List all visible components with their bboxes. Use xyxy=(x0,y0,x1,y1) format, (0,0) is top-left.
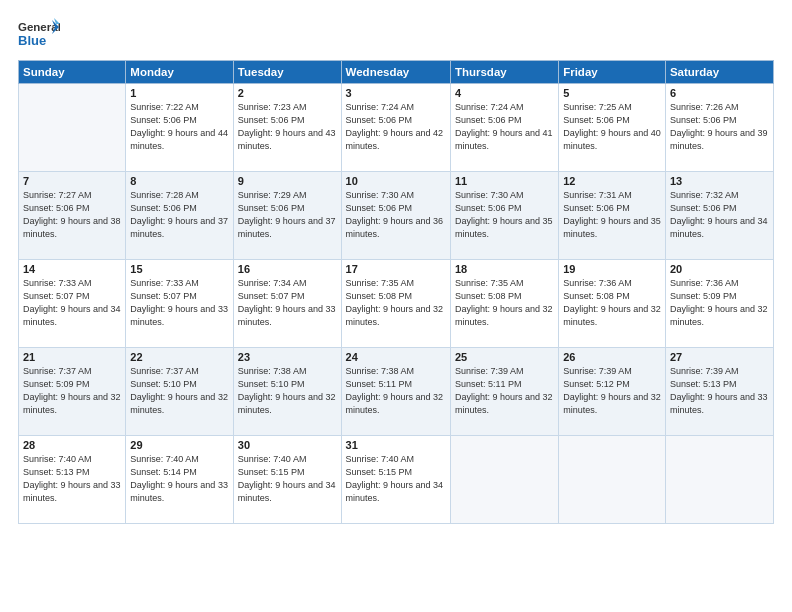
calendar-cell: 23Sunrise: 7:38 AMSunset: 5:10 PMDayligh… xyxy=(233,348,341,436)
calendar-cell: 29Sunrise: 7:40 AMSunset: 5:14 PMDayligh… xyxy=(126,436,234,524)
day-info: Sunrise: 7:40 AMSunset: 5:14 PMDaylight:… xyxy=(130,453,229,505)
day-number: 9 xyxy=(238,175,337,187)
day-info: Sunrise: 7:39 AMSunset: 5:12 PMDaylight:… xyxy=(563,365,661,417)
day-info: Sunrise: 7:24 AMSunset: 5:06 PMDaylight:… xyxy=(455,101,554,153)
calendar-cell: 8Sunrise: 7:28 AMSunset: 5:06 PMDaylight… xyxy=(126,172,234,260)
calendar-table: SundayMondayTuesdayWednesdayThursdayFrid… xyxy=(18,60,774,524)
day-number: 21 xyxy=(23,351,121,363)
day-number: 11 xyxy=(455,175,554,187)
calendar-cell: 16Sunrise: 7:34 AMSunset: 5:07 PMDayligh… xyxy=(233,260,341,348)
day-number: 4 xyxy=(455,87,554,99)
day-number: 6 xyxy=(670,87,769,99)
calendar-cell: 17Sunrise: 7:35 AMSunset: 5:08 PMDayligh… xyxy=(341,260,450,348)
weekday-header-monday: Monday xyxy=(126,61,234,84)
calendar-cell: 15Sunrise: 7:33 AMSunset: 5:07 PMDayligh… xyxy=(126,260,234,348)
day-info: Sunrise: 7:33 AMSunset: 5:07 PMDaylight:… xyxy=(23,277,121,329)
calendar-week-row: 7Sunrise: 7:27 AMSunset: 5:06 PMDaylight… xyxy=(19,172,774,260)
calendar-cell: 4Sunrise: 7:24 AMSunset: 5:06 PMDaylight… xyxy=(450,84,558,172)
calendar-cell: 28Sunrise: 7:40 AMSunset: 5:13 PMDayligh… xyxy=(19,436,126,524)
calendar-cell xyxy=(450,436,558,524)
day-info: Sunrise: 7:37 AMSunset: 5:09 PMDaylight:… xyxy=(23,365,121,417)
calendar-cell: 27Sunrise: 7:39 AMSunset: 5:13 PMDayligh… xyxy=(665,348,773,436)
day-number: 25 xyxy=(455,351,554,363)
calendar-cell: 30Sunrise: 7:40 AMSunset: 5:15 PMDayligh… xyxy=(233,436,341,524)
day-number: 8 xyxy=(130,175,229,187)
calendar-cell: 31Sunrise: 7:40 AMSunset: 5:15 PMDayligh… xyxy=(341,436,450,524)
day-info: Sunrise: 7:27 AMSunset: 5:06 PMDaylight:… xyxy=(23,189,121,241)
day-number: 22 xyxy=(130,351,229,363)
calendar-cell: 9Sunrise: 7:29 AMSunset: 5:06 PMDaylight… xyxy=(233,172,341,260)
calendar-week-row: 28Sunrise: 7:40 AMSunset: 5:13 PMDayligh… xyxy=(19,436,774,524)
day-number: 17 xyxy=(346,263,446,275)
calendar-cell: 22Sunrise: 7:37 AMSunset: 5:10 PMDayligh… xyxy=(126,348,234,436)
weekday-header-tuesday: Tuesday xyxy=(233,61,341,84)
day-info: Sunrise: 7:25 AMSunset: 5:06 PMDaylight:… xyxy=(563,101,661,153)
day-number: 7 xyxy=(23,175,121,187)
calendar-week-row: 14Sunrise: 7:33 AMSunset: 5:07 PMDayligh… xyxy=(19,260,774,348)
calendar-cell xyxy=(559,436,666,524)
day-number: 18 xyxy=(455,263,554,275)
day-info: Sunrise: 7:31 AMSunset: 5:06 PMDaylight:… xyxy=(563,189,661,241)
day-number: 10 xyxy=(346,175,446,187)
day-number: 24 xyxy=(346,351,446,363)
day-number: 28 xyxy=(23,439,121,451)
day-number: 14 xyxy=(23,263,121,275)
calendar-cell: 12Sunrise: 7:31 AMSunset: 5:06 PMDayligh… xyxy=(559,172,666,260)
day-info: Sunrise: 7:38 AMSunset: 5:10 PMDaylight:… xyxy=(238,365,337,417)
day-info: Sunrise: 7:33 AMSunset: 5:07 PMDaylight:… xyxy=(130,277,229,329)
day-info: Sunrise: 7:39 AMSunset: 5:13 PMDaylight:… xyxy=(670,365,769,417)
day-number: 19 xyxy=(563,263,661,275)
day-info: Sunrise: 7:36 AMSunset: 5:08 PMDaylight:… xyxy=(563,277,661,329)
calendar-cell: 10Sunrise: 7:30 AMSunset: 5:06 PMDayligh… xyxy=(341,172,450,260)
weekday-header-thursday: Thursday xyxy=(450,61,558,84)
calendar-cell: 7Sunrise: 7:27 AMSunset: 5:06 PMDaylight… xyxy=(19,172,126,260)
day-info: Sunrise: 7:37 AMSunset: 5:10 PMDaylight:… xyxy=(130,365,229,417)
day-info: Sunrise: 7:30 AMSunset: 5:06 PMDaylight:… xyxy=(346,189,446,241)
calendar-cell: 13Sunrise: 7:32 AMSunset: 5:06 PMDayligh… xyxy=(665,172,773,260)
svg-text:Blue: Blue xyxy=(18,33,46,48)
day-info: Sunrise: 7:22 AMSunset: 5:06 PMDaylight:… xyxy=(130,101,229,153)
day-info: Sunrise: 7:38 AMSunset: 5:11 PMDaylight:… xyxy=(346,365,446,417)
day-info: Sunrise: 7:35 AMSunset: 5:08 PMDaylight:… xyxy=(455,277,554,329)
day-number: 29 xyxy=(130,439,229,451)
calendar-cell: 2Sunrise: 7:23 AMSunset: 5:06 PMDaylight… xyxy=(233,84,341,172)
day-info: Sunrise: 7:35 AMSunset: 5:08 PMDaylight:… xyxy=(346,277,446,329)
day-info: Sunrise: 7:39 AMSunset: 5:11 PMDaylight:… xyxy=(455,365,554,417)
calendar-cell xyxy=(19,84,126,172)
day-info: Sunrise: 7:34 AMSunset: 5:07 PMDaylight:… xyxy=(238,277,337,329)
day-info: Sunrise: 7:24 AMSunset: 5:06 PMDaylight:… xyxy=(346,101,446,153)
logo: General Blue xyxy=(18,18,60,52)
day-info: Sunrise: 7:28 AMSunset: 5:06 PMDaylight:… xyxy=(130,189,229,241)
calendar-cell: 24Sunrise: 7:38 AMSunset: 5:11 PMDayligh… xyxy=(341,348,450,436)
day-number: 20 xyxy=(670,263,769,275)
page: General Blue SundayMondayTuesdayWednesda… xyxy=(0,0,792,612)
calendar-cell: 11Sunrise: 7:30 AMSunset: 5:06 PMDayligh… xyxy=(450,172,558,260)
day-info: Sunrise: 7:40 AMSunset: 5:15 PMDaylight:… xyxy=(346,453,446,505)
day-info: Sunrise: 7:29 AMSunset: 5:06 PMDaylight:… xyxy=(238,189,337,241)
weekday-header-saturday: Saturday xyxy=(665,61,773,84)
day-number: 3 xyxy=(346,87,446,99)
weekday-header-sunday: Sunday xyxy=(19,61,126,84)
calendar-cell: 19Sunrise: 7:36 AMSunset: 5:08 PMDayligh… xyxy=(559,260,666,348)
day-number: 30 xyxy=(238,439,337,451)
day-info: Sunrise: 7:40 AMSunset: 5:13 PMDaylight:… xyxy=(23,453,121,505)
day-number: 16 xyxy=(238,263,337,275)
calendar-cell: 25Sunrise: 7:39 AMSunset: 5:11 PMDayligh… xyxy=(450,348,558,436)
calendar-cell: 21Sunrise: 7:37 AMSunset: 5:09 PMDayligh… xyxy=(19,348,126,436)
weekday-header-wednesday: Wednesday xyxy=(341,61,450,84)
day-number: 2 xyxy=(238,87,337,99)
day-number: 5 xyxy=(563,87,661,99)
day-number: 26 xyxy=(563,351,661,363)
calendar-cell: 6Sunrise: 7:26 AMSunset: 5:06 PMDaylight… xyxy=(665,84,773,172)
day-number: 23 xyxy=(238,351,337,363)
calendar-week-row: 1Sunrise: 7:22 AMSunset: 5:06 PMDaylight… xyxy=(19,84,774,172)
header: General Blue xyxy=(18,18,774,52)
day-info: Sunrise: 7:30 AMSunset: 5:06 PMDaylight:… xyxy=(455,189,554,241)
day-info: Sunrise: 7:26 AMSunset: 5:06 PMDaylight:… xyxy=(670,101,769,153)
day-info: Sunrise: 7:32 AMSunset: 5:06 PMDaylight:… xyxy=(670,189,769,241)
day-info: Sunrise: 7:23 AMSunset: 5:06 PMDaylight:… xyxy=(238,101,337,153)
logo-svg: General Blue xyxy=(18,18,60,52)
day-number: 15 xyxy=(130,263,229,275)
calendar-week-row: 21Sunrise: 7:37 AMSunset: 5:09 PMDayligh… xyxy=(19,348,774,436)
calendar-cell xyxy=(665,436,773,524)
